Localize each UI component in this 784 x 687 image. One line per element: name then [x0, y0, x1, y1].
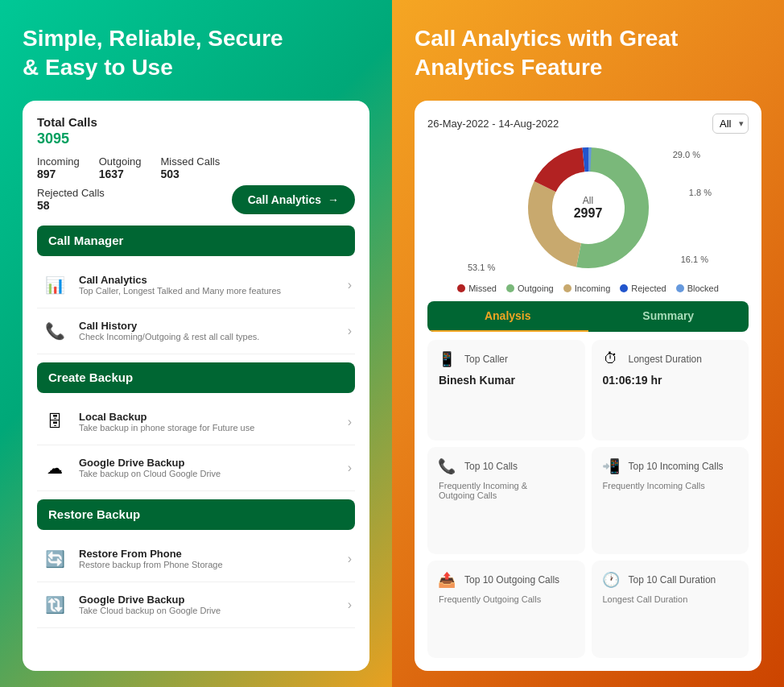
top-caller-icon: 📱	[435, 348, 458, 370]
analytics-tabs: Analysis Summary	[427, 301, 749, 332]
tab-summary[interactable]: Summary	[588, 301, 749, 332]
restore-gdrive-title: Google Drive Backup	[79, 594, 221, 606]
local-backup-title: Local Backup	[79, 411, 254, 423]
top10-duration-sublabel: Longest Call Duration	[603, 594, 741, 604]
gdrive-backup-menu-item[interactable]: ☁ Google Drive Backup Take backup on Clo…	[37, 445, 355, 491]
incoming-stat: Incoming 897	[37, 155, 80, 180]
restore-gdrive-menu-item[interactable]: 🔃 Google Drive Backup Take Cloud backup …	[37, 582, 355, 628]
gdrive-backup-icon: ☁	[40, 453, 69, 482]
incoming-value: 897	[37, 168, 80, 180]
right-panel: Call Analytics with GreatAnalytics Featu…	[392, 0, 784, 687]
percent-161: 16.1 %	[681, 255, 708, 264]
top10-duration-cell[interactable]: 🕐 Top 10 Call Duration Longest Call Dura…	[592, 561, 749, 658]
restore-phone-menu-item[interactable]: 🔄 Restore From Phone Restore backup from…	[37, 536, 355, 582]
donut-center-value: 2997	[574, 206, 603, 221]
chevron-right-icon: ›	[348, 598, 352, 612]
top10-incoming-cell[interactable]: 📲 Top 10 Incoming Calls Frequently Incom…	[592, 447, 749, 554]
chevron-right-icon: ›	[348, 278, 352, 292]
incoming-label: Incoming	[37, 155, 80, 168]
chevron-right-icon: ›	[348, 461, 352, 475]
chart-legend: Missed Outgoing Incoming Rejected Blocke…	[427, 283, 749, 293]
top10-outgoing-cell[interactable]: 📤 Top 10 Outgoing Calls Frequently Outgo…	[427, 561, 585, 658]
legend-label-missed: Missed	[468, 283, 497, 293]
left-panel: Simple, Reliable, Secure& Easy to Use To…	[0, 0, 392, 687]
chevron-right-icon: ›	[348, 552, 352, 566]
top10-outgoing-label: Top 10 Outgoing Calls	[464, 574, 559, 586]
restore-gdrive-subtitle: Take Cloud backup on Google Drive	[79, 606, 221, 615]
right-card: 26-May-2022 - 14-Aug-2022 All	[415, 101, 761, 671]
call-analytics-icon: 📊	[40, 271, 69, 300]
top10-duration-label: Top 10 Call Duration	[629, 574, 716, 586]
top10-calls-sublabel: Frequently Incoming &Outgoing Calls	[439, 481, 577, 500]
top10-incoming-sublabel: Frequently Incoming Calls	[603, 481, 741, 490]
date-filter-row: 26-May-2022 - 14-Aug-2022 All	[427, 114, 749, 134]
longest-duration-cell[interactable]: ⏱ Longest Duration 01:06:19 hr	[592, 340, 749, 441]
call-stats-row: Incoming 897 Outgoing 1637 Missed Calls …	[37, 155, 355, 180]
legend-dot-blocked	[676, 284, 684, 292]
legend-missed: Missed	[457, 283, 497, 293]
legend-dot-missed	[457, 284, 465, 292]
create-backup-section-header: Create Backup	[37, 362, 355, 393]
top10-incoming-label: Top 10 Incoming Calls	[629, 461, 724, 472]
restore-backup-title: Restore Backup	[48, 507, 140, 521]
arrow-icon: →	[328, 193, 339, 206]
tab-analysis[interactable]: Analysis	[427, 301, 588, 332]
restore-phone-subtitle: Restore backup from Phone Storage	[79, 560, 223, 569]
create-backup-title: Create Backup	[48, 370, 133, 384]
call-analytics-menu-subtitle: Top Caller, Longest Talked and Many more…	[79, 286, 281, 296]
donut-chart: All 2997	[508, 143, 669, 272]
restore-backup-section-header: Restore Backup	[37, 499, 355, 530]
top-caller-label: Top Caller	[464, 354, 508, 365]
top10-calls-cell[interactable]: 📞 Top 10 Calls Frequently Incoming &Outg…	[427, 447, 585, 554]
right-headline: Call Analytics with GreatAnalytics Featu…	[415, 24, 761, 83]
call-history-menu-item[interactable]: 📞 Call History Check Incoming/Outgoing &…	[37, 308, 355, 354]
legend-blocked: Blocked	[676, 283, 719, 293]
chevron-right-icon: ›	[348, 415, 352, 429]
chevron-right-icon: ›	[348, 324, 352, 338]
top10-calls-label: Top 10 Calls	[464, 461, 518, 472]
rejected-row: Rejected Calls 58 Call Analytics →	[37, 185, 355, 214]
longest-duration-value: 01:06:19 hr	[603, 374, 741, 387]
donut-center: All 2997	[574, 195, 603, 221]
call-manager-title: Call Manager	[48, 234, 123, 247]
longest-duration-label: Longest Duration	[629, 354, 702, 365]
percent-18: 1.8 %	[689, 188, 712, 197]
total-calls-count: 3095	[37, 130, 355, 147]
restore-phone-icon: 🔄	[40, 544, 69, 573]
rejected-value: 58	[37, 199, 105, 212]
legend-rejected: Rejected	[620, 283, 666, 293]
call-analytics-menu-title: Call Analytics	[79, 274, 281, 286]
call-history-menu-subtitle: Check Incoming/Outgoing & rest all call …	[79, 332, 259, 341]
gdrive-backup-subtitle: Take backup on Cloud Google Drive	[79, 469, 221, 478]
analytics-btn-label: Call Analytics	[248, 193, 321, 206]
percent-531: 53.1 %	[468, 263, 495, 272]
top10-calls-icon: 📞	[435, 455, 458, 478]
top-caller-cell[interactable]: 📱 Top Caller Binesh Kumar	[427, 340, 585, 441]
outgoing-label: Outgoing	[99, 155, 142, 168]
restore-phone-title: Restore From Phone	[79, 548, 223, 560]
top10-outgoing-icon: 📤	[435, 569, 458, 591]
rejected-info: Rejected Calls 58	[37, 187, 105, 212]
percent-29: 29.0 %	[673, 150, 700, 159]
local-backup-menu-item[interactable]: 🗄 Local Backup Take backup in phone stor…	[37, 399, 355, 445]
left-card: Total Calls 3095 Incoming 897 Outgoing 1…	[23, 101, 369, 671]
call-analytics-button[interactable]: Call Analytics →	[232, 185, 355, 214]
legend-label-blocked: Blocked	[687, 283, 719, 293]
filter-select[interactable]: All	[712, 114, 749, 134]
restore-gdrive-icon: 🔃	[40, 590, 69, 619]
legend-label-outgoing: Outgoing	[518, 283, 554, 293]
top-caller-value: Binesh Kumar	[439, 374, 577, 387]
outgoing-stat: Outgoing 1637	[99, 155, 142, 180]
legend-outgoing: Outgoing	[506, 283, 554, 293]
call-analytics-menu-item[interactable]: 📊 Call Analytics Top Caller, Longest Tal…	[37, 263, 355, 308]
legend-label-incoming: Incoming	[575, 283, 611, 293]
rejected-label: Rejected Calls	[37, 187, 105, 199]
legend-dot-incoming	[563, 284, 571, 292]
left-headline: Simple, Reliable, Secure& Easy to Use	[23, 24, 369, 83]
local-backup-icon: 🗄	[40, 408, 69, 437]
call-manager-section-header: Call Manager	[37, 226, 355, 256]
donut-center-title: All	[574, 195, 603, 206]
legend-label-rejected: Rejected	[631, 283, 666, 293]
filter-wrapper[interactable]: All	[712, 114, 749, 134]
call-history-icon: 📞	[40, 317, 69, 346]
